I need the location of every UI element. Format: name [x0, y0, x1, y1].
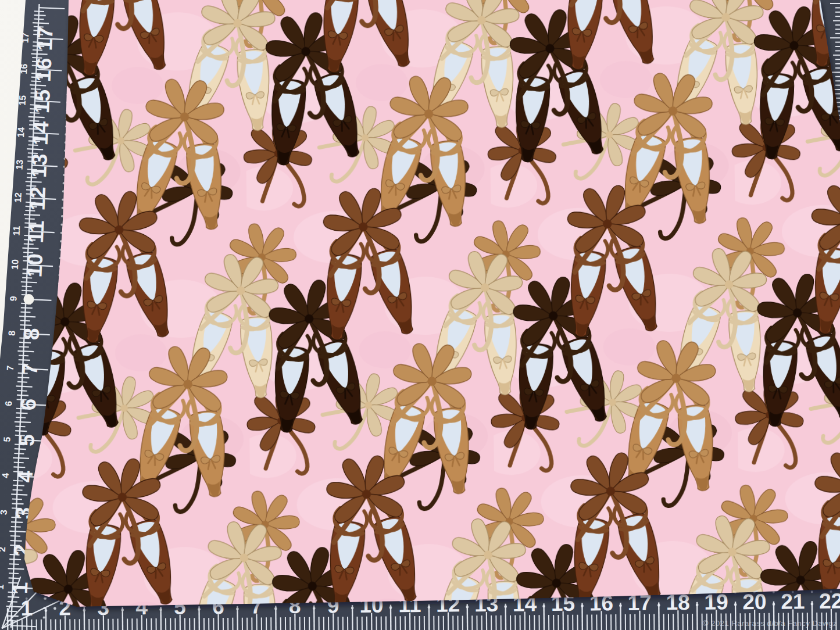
fabric-piece	[24, 0, 840, 607]
fabric-on-cutting-mat-photo: 1717161615151414131312121111101098877665…	[0, 0, 840, 630]
copyright-watermark: © 2021 Rararass d/b/a Fancy Dawgz	[703, 619, 837, 628]
ballet-shoe-fabric	[0, 0, 840, 630]
